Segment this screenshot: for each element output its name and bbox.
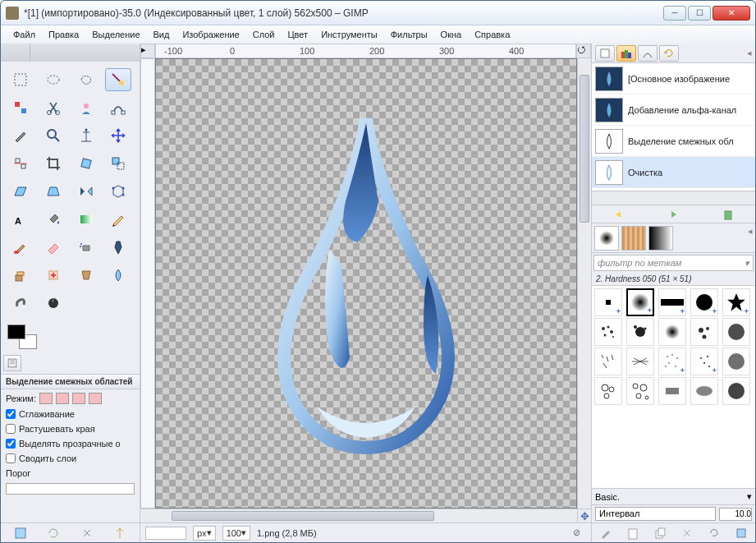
foreground-select-tool[interactable] [73,96,99,119]
ellipse-select-tool[interactable] [40,68,66,91]
paintbrush-tool[interactable] [7,236,34,259]
flip-tool[interactable] [73,180,99,203]
paths-tab[interactable] [638,45,657,62]
spacing-input[interactable] [719,508,752,521]
navigation-icon[interactable]: ✥ [577,508,591,522]
undo-item-clear[interactable]: Очистка [592,157,755,188]
brush-hard[interactable]: + [690,288,718,316]
horizontal-ruler[interactable]: -100 0 100 200 300 400 [155,44,576,58]
vertical-scrollbar[interactable] [577,58,591,508]
channels-tab[interactable] [616,45,636,62]
undo-history-tab[interactable] [659,45,679,62]
brush-filter-input[interactable]: фильтр по меткам ▾ [593,255,754,271]
minimize-button[interactable]: ─ [663,6,686,21]
layers-tab[interactable] [595,45,615,62]
toolbox-tab[interactable] [1,44,30,62]
brush-bristles2[interactable] [626,347,654,375]
blend-tool[interactable] [73,208,99,231]
brush-acrylic5[interactable] [722,318,750,346]
brush-preset-dropdown[interactable]: Basic.▾ [592,488,755,504]
brush-hardness050[interactable]: + [626,288,654,316]
restore-preset-icon[interactable] [47,527,60,540]
menu-filters[interactable]: Фильтры [385,28,433,41]
rotate-tool[interactable] [73,152,99,175]
brush-cell1[interactable] [594,377,622,405]
sample-merged-checkbox[interactable]: Сводить слои [6,453,135,463]
menu-layer[interactable]: Слой [247,28,281,41]
menu-select[interactable]: Выделение [86,28,145,41]
clear-undo-icon[interactable] [722,208,735,221]
tool-options-tab[interactable] [3,355,21,371]
open-as-image-icon[interactable] [735,527,748,540]
save-preset-icon[interactable] [14,527,27,540]
transparent-checkbox[interactable]: Выделять прозрачные о [6,439,135,449]
antialias-checkbox[interactable]: Сглаживание [6,409,135,419]
threshold-slider[interactable] [6,483,135,495]
brush-star[interactable]: + [722,288,750,316]
move-tool[interactable] [105,124,131,147]
brush-acrylic4[interactable] [690,318,718,346]
delete-preset-icon[interactable] [80,527,94,540]
brush-chalk3[interactable] [722,377,750,405]
perspective-tool[interactable] [40,180,66,203]
paths-tool[interactable] [105,96,131,119]
align-tool[interactable] [7,152,34,175]
measure-tool[interactable] [73,124,99,147]
menu-tools[interactable]: Инструменты [315,28,383,41]
mode-add[interactable] [56,393,69,404]
brush-bristles1[interactable] [594,347,622,375]
gradient-preview[interactable] [648,226,673,251]
smudge-tool[interactable] [7,292,34,315]
menu-image[interactable]: Изображение [176,28,245,41]
dodge-burn-tool[interactable] [40,292,66,315]
menu-colors[interactable]: Цвет [282,28,314,41]
menu-file[interactable]: Файл [7,28,41,41]
rect-select-tool[interactable] [7,68,34,91]
reset-icon[interactable] [113,527,126,540]
brush-cell2[interactable] [626,377,654,405]
brush-sponge[interactable] [722,347,750,375]
brush-preview-soft[interactable] [594,226,619,251]
undo-scrollbar[interactable] [592,191,755,205]
brush-acrylic2[interactable] [626,318,654,346]
cage-tool[interactable] [105,180,131,203]
duplicate-brush-icon[interactable] [653,527,667,540]
menu-help[interactable]: Справка [469,28,515,41]
maximize-button[interactable]: ☐ [688,6,711,21]
menu-windows[interactable]: Окна [435,28,468,41]
perspective-clone-tool[interactable] [73,264,99,287]
brush-chalk2[interactable] [690,377,718,405]
brush-acrylic3[interactable] [658,318,686,346]
crop-tool[interactable] [40,152,66,175]
brush-pixel[interactable]: + [594,288,622,316]
dock-menu-icon[interactable]: ◂ [747,48,752,58]
pencil-tool[interactable] [105,208,131,231]
titlebar[interactable]: *[1] (импортировано)-35.0 (Индексированн… [1,1,755,25]
brush-chalk1[interactable] [658,377,686,405]
fg-color[interactable] [7,324,25,339]
text-tool[interactable]: A [7,208,34,231]
menu-edit[interactable]: Правка [43,28,85,41]
refresh-brushes-icon[interactable] [708,527,721,540]
menu-view[interactable]: Вид [148,28,176,41]
brush-dock-menu-icon[interactable]: ◂ [748,226,753,250]
brush-scatter2[interactable]: + [690,347,718,375]
feather-checkbox[interactable]: Растушевать края [6,424,135,434]
mode-intersect[interactable] [89,393,102,404]
brush-acrylic1[interactable] [594,318,622,346]
new-brush-icon[interactable] [626,527,639,540]
shear-tool[interactable] [7,180,34,203]
undo-item-select[interactable]: Выделение смежных обл [592,126,755,157]
zoom-tool[interactable] [40,124,66,147]
brush-scatter1[interactable]: + [658,347,686,375]
delete-brush-icon[interactable] [680,527,694,540]
zoom-field[interactable]: 100 ▾ [222,526,250,541]
vertical-ruler[interactable] [140,58,155,508]
color-picker-tool[interactable] [7,124,34,147]
cancel-icon[interactable]: ⊘ [573,527,586,538]
undo-item-alpha[interactable]: Добавление альфа-канал [592,94,755,126]
scissors-tool[interactable] [40,96,66,119]
unit-dropdown[interactable]: px ▾ [193,526,216,541]
heal-tool[interactable] [40,264,66,287]
scale-tool[interactable] [105,152,131,175]
